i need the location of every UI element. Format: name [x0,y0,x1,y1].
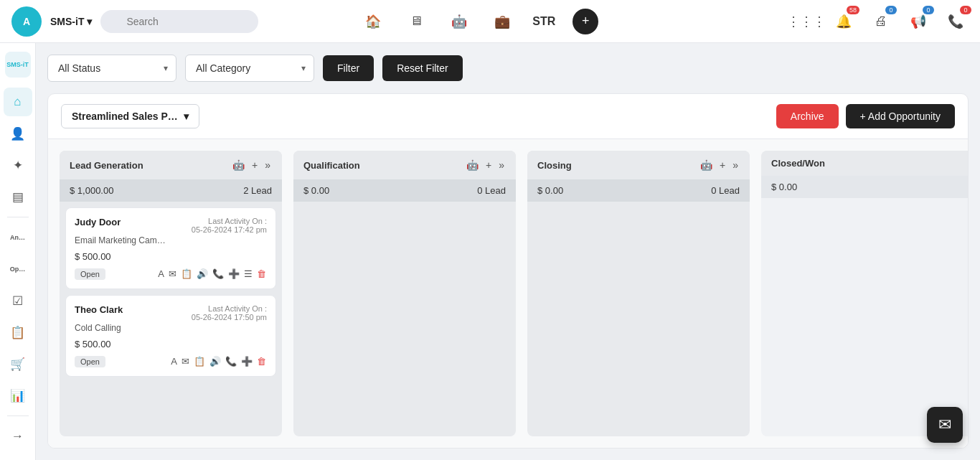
sidebar-item-logout[interactable]: → [4,422,32,451]
card-activity-label-theo: Last Activity On : [192,304,267,313]
pipeline-header: Streamlined Sales P… ▾ Archive + Add Opp… [48,94,968,139]
card-tool-add-theo[interactable]: ➕ [240,355,253,367]
sidebar-item-cart[interactable]: 🛒 [4,349,32,378]
filter-button[interactable]: Filter [323,55,374,81]
card-tool-file-judy[interactable]: 📋 [180,268,193,280]
add-nav-button[interactable]: + [573,9,598,34]
megaphone-badge: 0 [923,6,934,14]
sidebar-divider-2 [7,416,29,416]
col-robot-icon-lead-generation[interactable]: 🤖 [231,158,246,172]
printer-badge: 0 [885,6,897,14]
card-tool-phone-judy[interactable]: 📞 [212,268,225,280]
col-stats-closing: $ 0.00 0 Lead [527,179,750,202]
monitor-nav-icon[interactable]: 🖥 [403,9,429,34]
sidebar-item-home[interactable]: ⌂ [4,88,32,116]
pipeline-title-chevron-icon: ▾ [184,111,189,122]
col-amount-qualification: $ 0.00 [303,185,329,196]
search-input[interactable] [100,10,258,33]
pipeline-title-button[interactable]: Streamlined Sales P… ▾ [61,104,199,128]
archive-button[interactable]: Archive [776,104,839,128]
chat-fab-button[interactable]: ✉ [927,407,963,443]
printer-nav-icon[interactable]: 🖨0 [868,9,894,34]
card-tool-phone-theo[interactable]: 📞 [225,355,237,367]
phone-nav-icon[interactable]: 📞0 [943,9,969,34]
card-tool-delete-theo[interactable]: 🗑 [256,355,267,367]
card-theo-clark: Theo Clark Last Activity On : 05-26-2024… [65,295,276,377]
status-select-wrap: All Status ▾ [47,55,176,82]
briefcase-nav-icon[interactable]: 💼 [489,9,515,34]
sidebar-divider-1 [7,217,29,217]
card-tool-audio-judy[interactable]: 🔊 [196,268,209,280]
brand-caret-icon: ▾ [87,16,92,27]
kanban-col-closed-won: Closed/Won $ 0.00 [761,151,968,436]
card-tool-a-theo[interactable]: A [170,355,178,367]
card-amount-theo: $ 500.00 [75,339,267,349]
sidebar-item-user[interactable]: 👤 [4,119,32,148]
home-nav-icon[interactable]: 🏠 [360,9,386,34]
sidebar-item-opportunities[interactable]: Op… [4,255,32,283]
messages-badge: 58 [847,6,859,14]
nav-center-icons: 🏠 🖥 🤖 💼 STR + [360,9,598,34]
card-judy-door: Judy Door Last Activity On : 05-26-2024 … [65,207,276,289]
card-name-theo: Theo Clark [75,304,123,315]
col-header-closing: Closing 🤖 + » [527,151,750,179]
grid-nav-icon[interactable]: ⋮⋮⋮ [793,9,819,34]
card-tool-add-judy[interactable]: ➕ [227,268,240,280]
phone-badge: 0 [960,6,971,14]
col-add-icon-qualification[interactable]: + [484,158,493,172]
sidebar-item-analytics[interactable]: An… [4,223,32,252]
card-header-judy: Judy Door Last Activity On : 05-26-2024 … [75,217,267,234]
col-lead-count-closing: 0 Lead [711,185,740,196]
col-actions-lead-generation: 🤖 + » [231,158,272,172]
nav-right-icons: ⋮⋮⋮ 🔔58 🖨0 📢0 📞0 [793,9,969,34]
col-stats-lead-generation: $ 1,000.00 2 Lead [60,179,282,202]
brand-logo: A [11,6,42,37]
plus-icon: + [582,14,590,29]
card-footer-judy: Open A ✉ 📋 🔊 📞 ➕ ☰ 🗑 [75,268,267,280]
card-tool-file-theo[interactable]: 📋 [193,355,206,367]
card-activity-label-judy: Last Activity On : [192,217,267,225]
messages-nav-icon[interactable]: 🔔58 [831,9,857,34]
sidebar-item-network[interactable]: ✦ [4,151,32,179]
str-label: STR [532,15,555,28]
card-tool-a-judy[interactable]: A [157,268,165,280]
robot-nav-icon[interactable]: 🤖 [446,9,472,34]
col-robot-icon-qualification[interactable]: 🤖 [465,158,480,172]
status-select[interactable]: All Status [47,55,176,82]
card-tool-delete-judy[interactable]: 🗑 [256,268,267,280]
col-stats-qualification: $ 0.00 0 Lead [293,179,516,202]
card-status-judy: Open [75,268,105,280]
add-opportunity-button[interactable]: + Add Opportunity [846,104,955,128]
card-tool-email-judy[interactable]: ✉ [168,268,177,280]
col-robot-icon-closing[interactable]: 🤖 [699,158,714,172]
card-status-theo: Open [75,356,105,367]
card-tool-list-judy[interactable]: ☰ [243,268,253,280]
sidebar-item-reports[interactable]: 📋 [4,318,32,347]
col-title-closed-won: Closed/Won [771,158,968,169]
col-header-lead-generation: Lead Generation 🤖 + » [60,151,282,179]
megaphone-nav-icon[interactable]: 📢0 [905,9,931,34]
col-title-qualification: Qualification [303,160,461,171]
col-amount-closing: $ 0.00 [537,185,563,196]
sidebar-item-steps[interactable]: ▤ [4,182,32,211]
category-select[interactable]: All Category [185,55,314,82]
col-expand-icon-qualification[interactable]: » [497,158,506,172]
pipeline-title-text: Streamlined Sales P… [72,111,178,122]
sidebar-item-calendar[interactable]: ☑ [4,286,32,315]
col-expand-icon-lead-generation[interactable]: » [263,158,272,172]
card-tool-audio-theo[interactable]: 🔊 [209,355,222,367]
kanban-col-qualification: Qualification 🤖 + » $ 0.00 0 Lead [293,151,516,436]
card-header-theo: Theo Clark Last Activity On : 05-26-2024… [75,304,267,321]
col-add-icon-closing[interactable]: + [718,158,727,172]
col-expand-icon-closing[interactable]: » [731,158,740,172]
col-add-icon-lead-generation[interactable]: + [250,158,259,172]
col-lead-count-lead-generation: 2 Lead [243,185,272,196]
reset-filter-button[interactable]: Reset Filter [382,55,463,81]
card-activity-judy: Last Activity On : 05-26-2024 17:42 pm [192,217,267,234]
card-tools-judy: A ✉ 📋 🔊 📞 ➕ ☰ 🗑 [157,268,267,280]
sidebar-item-charts[interactable]: 📊 [4,381,32,410]
brand-name[interactable]: SMS-iT ▾ [50,16,92,27]
col-actions-closing: 🤖 + » [699,158,740,172]
col-actions-qualification: 🤖 + » [465,158,506,172]
card-tool-email-theo[interactable]: ✉ [181,355,190,367]
